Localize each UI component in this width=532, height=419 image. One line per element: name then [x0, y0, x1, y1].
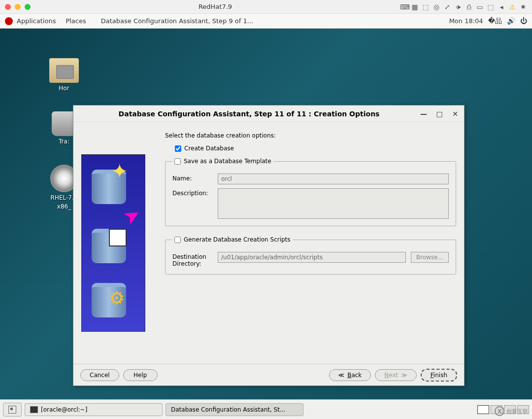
dest-dir-input[interactable]	[218, 252, 406, 263]
gears-icon: ⚙	[109, 288, 125, 308]
applications-menu[interactable]: Applications	[17, 17, 56, 25]
watermark-text: 创新互联	[506, 408, 528, 415]
create-database-label: Create Database	[184, 145, 234, 152]
chevron-right-icon: ≫	[401, 372, 407, 379]
disc-label-2: x86_	[57, 203, 71, 210]
taskbar-dbca-button[interactable]: Database Configuration Assistant, St...	[166, 403, 303, 416]
traffic-lights	[5, 4, 31, 10]
template-desc-label: Description:	[172, 188, 213, 197]
create-database-checkbox[interactable]	[175, 145, 181, 152]
dialog-titlebar[interactable]: Database Configuration Assistant, Step 1…	[73, 105, 464, 122]
browse-button[interactable]: Browse...	[411, 252, 449, 263]
home-label: Hor	[59, 85, 69, 92]
gear-icon[interactable]: ✷	[519, 3, 527, 11]
gnome-top-bar: Applications Places Database Configurati…	[0, 14, 532, 29]
minimize-icon[interactable]	[15, 4, 21, 10]
star-icon: ✦	[111, 160, 128, 182]
disk-icon[interactable]: ◎	[432, 3, 440, 11]
redhat-icon[interactable]	[5, 17, 13, 25]
next-button: Next ≫	[375, 369, 417, 381]
vm-toolbar-icons: ⌨ ▦ ⬚ ◎ ⤢ 🕩 ⎙ ▭ ⬚ ◂ ⚠ ✷	[400, 3, 527, 11]
desktop-home-icon[interactable]: Hor	[49, 58, 79, 92]
template-desc-textarea[interactable]	[218, 188, 449, 219]
save-template-fieldset: Save as a Database Template Name: Descri…	[165, 158, 456, 226]
workspace-icon	[8, 406, 16, 414]
window-maximize-button[interactable]: □	[435, 110, 443, 118]
taskbar-terminal-button[interactable]: [oracle@orcl:~]	[25, 403, 163, 416]
vm-title: RedHat7.9	[31, 3, 400, 10]
floppy-icon	[109, 229, 127, 246]
dialog-title-text: Database Configuration Assistant, Step 1…	[78, 110, 420, 118]
network-icon[interactable]: ⤢	[443, 3, 451, 11]
volume-tray-icon[interactable]: 🔊	[507, 17, 515, 26]
generate-scripts-checkbox[interactable]	[174, 237, 181, 243]
window-minimize-button[interactable]: —	[420, 110, 428, 118]
workspace-1[interactable]	[477, 405, 489, 414]
caret-left-icon[interactable]: ◂	[498, 3, 505, 11]
terminal-label: [oracle@orcl:~]	[41, 406, 87, 413]
generate-scripts-legend: Generate Database Creation Scripts	[184, 236, 291, 243]
arrow-icon: ➤	[119, 202, 145, 230]
cancel-button[interactable]: Cancel	[80, 369, 119, 381]
finish-button[interactable]: Finish	[421, 369, 457, 382]
next-label: Next	[384, 372, 398, 379]
warning-icon[interactable]: ⚠	[508, 3, 516, 11]
power-tray-icon[interactable]: ⏻	[520, 17, 527, 26]
bottom-taskbar: [oracle@orcl:~] Database Configuration A…	[0, 399, 532, 419]
save-template-checkbox[interactable]	[174, 158, 181, 165]
camera-icon[interactable]: ⬚	[487, 3, 495, 11]
sound-icon[interactable]: 🕩	[454, 3, 462, 11]
close-icon[interactable]	[5, 4, 11, 10]
dialog-footer: Cancel Help ≪ Back Next ≫ Finish	[73, 364, 464, 385]
active-window-title[interactable]: Database Configuration Assistant, Step 9…	[101, 17, 253, 25]
workspace-switcher-button[interactable]	[3, 403, 22, 417]
help-button[interactable]: Help	[123, 369, 158, 381]
vm-host-titlebar: RedHat7.9 ⌨ ▦ ⬚ ◎ ⤢ 🕩 ⎙ ▭ ⬚ ◂ ⚠ ✷	[0, 0, 532, 14]
clock[interactable]: Mon 18:04	[449, 17, 483, 25]
places-menu[interactable]: Places	[66, 17, 86, 25]
save-template-legend: Save as a Database Template	[184, 158, 271, 165]
desktop: Hor Tra: RHEL-7.9 x86_ Database Configur…	[0, 29, 532, 399]
chevron-left-icon: ≪	[338, 372, 345, 379]
folder-icon	[49, 58, 79, 83]
terminal-icon	[30, 406, 38, 413]
dbca-dialog: Database Configuration Assistant, Step 1…	[73, 105, 465, 386]
printer-icon[interactable]: ⎙	[465, 3, 473, 11]
wizard-illustration: ✦ ➤ ⚙	[81, 154, 145, 332]
chip-icon[interactable]: ▦	[411, 3, 419, 11]
usb-icon[interactable]: ⬚	[422, 3, 430, 11]
display-icon[interactable]: ▭	[476, 3, 484, 11]
back-label: Back	[347, 372, 362, 379]
template-name-label: Name:	[172, 174, 213, 182]
keyboard-icon[interactable]: ⌨	[400, 3, 408, 11]
watermark: X 创新互联	[495, 406, 528, 416]
dest-dir-label: Destination Directory:	[172, 252, 213, 267]
network-tray-icon[interactable]: �品	[488, 17, 502, 26]
watermark-logo-icon: X	[495, 406, 504, 416]
trash-label: Tra:	[59, 138, 69, 145]
maximize-icon[interactable]	[25, 4, 31, 10]
generate-scripts-fieldset: Generate Database Creation Scripts Desti…	[165, 236, 456, 275]
prompt-text: Select the database creation options:	[165, 132, 456, 139]
window-close-button[interactable]: ✕	[451, 110, 459, 118]
template-name-input[interactable]	[218, 174, 449, 184]
back-button[interactable]: ≪ Back	[329, 369, 371, 381]
dbca-task-label: Database Configuration Assistant, St...	[171, 406, 285, 413]
